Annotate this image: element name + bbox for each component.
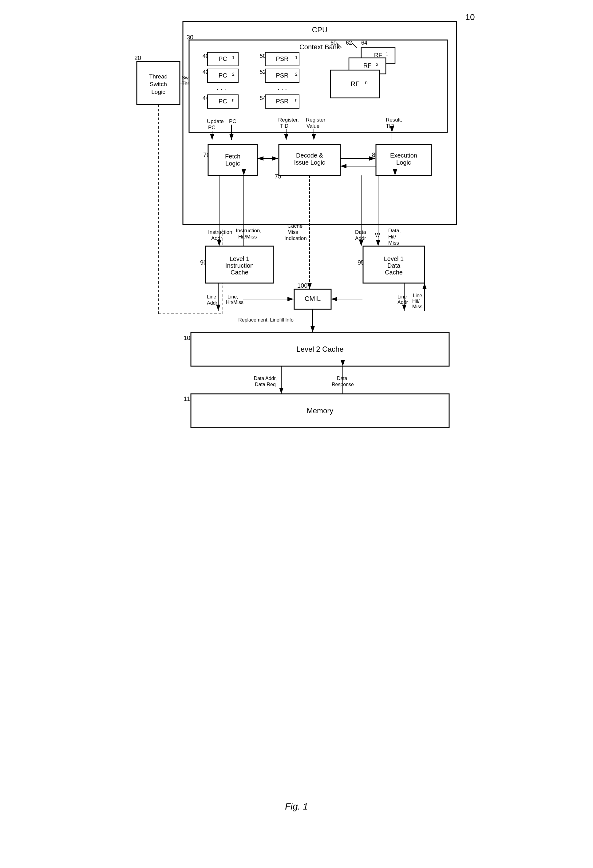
pcn-subscript: n	[232, 97, 235, 102]
rfn-sub: n	[365, 80, 368, 85]
line-hitmiss-right-label-3: Miss	[412, 304, 422, 309]
l1-data-label-2: Data	[387, 262, 400, 269]
cpu-label: CPU	[312, 25, 327, 34]
diagram-ref-number: 10	[465, 12, 475, 22]
pc2-subscript: 2	[232, 72, 235, 77]
rf1-sub: 1	[386, 52, 388, 56]
fetch-label-2: Logic	[225, 160, 240, 167]
line-hitmiss-left-label-1: Line,	[228, 294, 238, 300]
pc1-label: PC	[219, 55, 227, 62]
fetch-label-1: Fetch	[225, 153, 240, 160]
l1-instruction-label-2: Instruction	[225, 262, 253, 269]
register-value-label-1: Register	[306, 117, 325, 123]
diagram-wrapper: CPU 20 Thread Switch Logic Switch to Thr…	[128, 12, 466, 783]
line-hitmiss-right-label-1: Line,	[413, 293, 424, 298]
data-addr-label-1: Data	[355, 229, 366, 235]
w-label: W	[375, 232, 380, 238]
line-addr-left-label: Line	[207, 294, 216, 300]
thread-switch-label-line2: Switch	[150, 81, 167, 87]
l1-instruction-label-1: Level 1	[230, 255, 249, 262]
register-tid-label-2: TID	[280, 123, 288, 129]
line-addr-right-label2: Addr	[397, 300, 408, 305]
thread-switch-label-line1: Thread	[149, 73, 167, 80]
cache-miss-label-2: Miss	[287, 229, 298, 235]
psr-dots: . . .	[277, 84, 287, 92]
register-value-label-2: Value	[306, 123, 319, 129]
register-tid-label-1: Register,	[278, 117, 299, 123]
rfn-number: 64	[361, 40, 367, 46]
psrn-subscript: n	[295, 97, 297, 102]
exec-label-2: Logic	[396, 159, 411, 166]
l1-data-label-1: Level 1	[384, 255, 404, 262]
thread-switch-number: 20	[134, 55, 141, 61]
cache-miss-label-3: Indication	[284, 235, 307, 241]
level2-label: Level 2 Cache	[296, 345, 343, 353]
cache-miss-label-1: Cache	[287, 223, 303, 229]
replacement-label: Replacement, Linefill Info	[238, 317, 294, 322]
instruction-addr-label-2: Addr	[211, 235, 222, 241]
result-tid-label-2: TID	[386, 123, 394, 129]
data-hitmiss-label-3: Miss	[388, 240, 399, 246]
cmil-number: 100	[297, 282, 308, 289]
data-hitmiss-label-1: Data,	[388, 228, 401, 233]
psr1-label: PSR	[276, 55, 288, 62]
line-hitmiss-right-label-2: Hit/	[412, 298, 420, 304]
instruction-hitmiss-label-2: Hit/Miss	[238, 234, 257, 240]
pc1-subscript: 1	[232, 55, 235, 60]
l1-data-label-3: Cache	[385, 269, 403, 276]
thread-switch-label-line3: Logic	[151, 89, 165, 95]
data-addr-req-label-1: Data Addr,	[254, 376, 277, 381]
rf2-sub: 2	[376, 62, 378, 67]
decode-label-1: Decode &	[296, 152, 323, 159]
l1-instruction-label-3: Cache	[231, 269, 249, 276]
data-addr-req-label-2: Data Req	[255, 382, 276, 387]
line-addr-right-label: Line	[397, 294, 407, 300]
instruction-hitmiss-label-1: Instruction,	[236, 228, 261, 233]
rf1-number: 60	[331, 40, 337, 46]
update-pc-label-2: PC	[208, 125, 215, 130]
cmil-label: CMIL	[305, 295, 321, 303]
instruction-addr-label-1: Instruction	[208, 229, 232, 235]
psrn-label: PSR	[276, 98, 288, 105]
psr2-subscript: 2	[295, 72, 297, 77]
figure-label: Fig. 1	[81, 801, 512, 812]
rf2-number: 62	[346, 40, 352, 46]
pc-signal-label: PC	[229, 118, 236, 124]
pc2-label: PC	[219, 72, 227, 79]
memory-label: Memory	[306, 406, 333, 415]
line-addr-left-label2: Addr	[207, 300, 217, 306]
rf2-label: RF	[363, 62, 371, 69]
psr2-label: PSR	[276, 72, 288, 79]
data-addr-label-2: Addr	[355, 235, 366, 241]
result-tid-label-1: Result,	[386, 117, 402, 123]
psr1-subscript: 1	[295, 55, 297, 60]
decode-label-2: Issue Logic	[294, 159, 325, 166]
rfn-label: RF	[350, 80, 359, 88]
exec-label-1: Execution	[390, 152, 417, 159]
pc-dots: . . .	[216, 84, 226, 92]
line-hitmiss-left-label-2: Hit/Miss	[226, 300, 243, 305]
update-pc-label-1: Update	[207, 118, 224, 124]
rf1-label: RF	[374, 52, 382, 59]
pcn-label: PC	[219, 98, 227, 105]
